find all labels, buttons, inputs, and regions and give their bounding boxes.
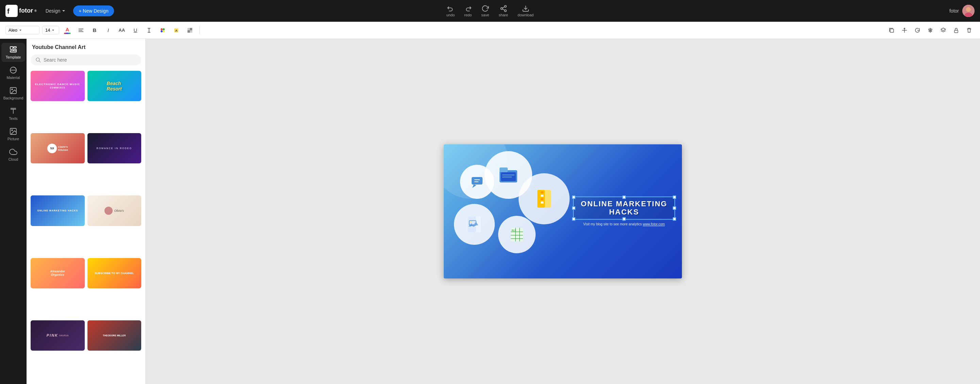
save-button[interactable]: save xyxy=(481,5,489,17)
search-box xyxy=(30,54,141,65)
template-card[interactable]: Olivia's xyxy=(88,195,142,226)
delete-button[interactable] xyxy=(964,25,975,36)
template-card[interactable]: ROMANCE IN RODEO xyxy=(88,133,142,163)
svg-line-6 xyxy=(502,6,504,8)
share-button[interactable]: share xyxy=(499,5,508,17)
svg-point-48 xyxy=(11,130,13,131)
left-panel: Youtube Channel Art ELECTRONIC DANCE MUS… xyxy=(27,39,146,384)
text-color-button[interactable]: A xyxy=(62,25,73,36)
canvas-subtitle: Visit my blog site to see more analytics… xyxy=(573,223,675,226)
canvas-main-title: ONLINE MARKETING HACKS xyxy=(576,200,672,216)
template-card[interactable]: SUBSCRIBE TO MY CHANNEL xyxy=(88,258,142,288)
underline-button[interactable]: U xyxy=(130,25,141,36)
template-card[interactable]: ELECTRONIC DANCE MUSICEDMMIXES xyxy=(30,71,85,101)
svg-point-18 xyxy=(163,28,165,30)
template-card[interactable]: ONLINE MARKETING HACKS xyxy=(30,195,85,226)
svg-rect-69 xyxy=(541,195,543,197)
svg-rect-36 xyxy=(955,30,958,33)
svg-text:A: A xyxy=(175,29,178,32)
text-spacing-button[interactable] xyxy=(143,25,154,36)
user-name: fotor xyxy=(950,8,959,14)
svg-rect-68 xyxy=(541,191,543,193)
svg-marker-52 xyxy=(472,185,476,188)
text-align-button[interactable] xyxy=(76,25,86,36)
position-button[interactable] xyxy=(899,25,910,36)
svg-point-19 xyxy=(161,30,163,32)
logo[interactable]: f fotor ® xyxy=(5,5,37,17)
sidebar-material-label: Material xyxy=(6,76,20,80)
download-button[interactable]: download xyxy=(517,5,533,17)
duplicate-button[interactable] xyxy=(886,25,897,36)
canvas-area: JPG XLS xyxy=(146,39,980,384)
svg-rect-26 xyxy=(190,30,192,33)
font-size-selector[interactable]: 14 xyxy=(42,26,59,34)
formatting-toolbar: Aleo 14 A B I AA U A xyxy=(0,22,980,39)
svg-line-5 xyxy=(502,9,504,10)
bold-button[interactable]: B xyxy=(89,25,100,36)
lock-button[interactable] xyxy=(951,25,962,36)
archive-icon-circle xyxy=(519,173,570,224)
panel-header: Youtube Channel Art xyxy=(27,39,145,54)
svg-point-2 xyxy=(504,5,506,7)
search-input[interactable] xyxy=(43,57,137,63)
sidebar-item-cloud[interactable]: Cloud xyxy=(2,145,25,164)
sidebar-item-picture[interactable]: Picture xyxy=(2,124,25,143)
main-area: Template Material Background Texts Pictu… xyxy=(0,39,980,384)
sidebar-item-texts[interactable]: Texts xyxy=(2,104,25,123)
sidebar-item-template[interactable]: Template xyxy=(2,43,25,62)
svg-rect-51 xyxy=(472,177,482,185)
sidebar-cloud-label: Cloud xyxy=(8,157,18,161)
template-card[interactable]: PINK HAVANA xyxy=(30,320,85,351)
topbar: f fotor ® Design + New Design undo redo … xyxy=(0,0,980,22)
search-icon xyxy=(35,57,41,63)
sidebar-icons: Template Material Background Texts Pictu… xyxy=(0,39,27,384)
svg-line-50 xyxy=(39,61,40,62)
right-toolbar xyxy=(886,25,975,36)
svg-rect-70 xyxy=(541,198,543,200)
svg-rect-25 xyxy=(188,30,190,33)
svg-text:XLS: XLS xyxy=(511,229,516,231)
align-button[interactable] xyxy=(925,25,936,36)
svg-point-64 xyxy=(470,221,472,223)
redo-button[interactable]: redo xyxy=(464,5,472,17)
svg-point-17 xyxy=(161,28,163,30)
sidebar-background-label: Background xyxy=(3,96,24,100)
design-dropdown[interactable]: Design xyxy=(42,6,69,16)
sidebar-item-background[interactable]: Background xyxy=(2,84,25,103)
sidebar-picture-label: Picture xyxy=(8,137,19,141)
new-design-button[interactable]: + New Design xyxy=(73,5,114,16)
rotate-button[interactable] xyxy=(912,25,923,36)
sidebar-item-material[interactable]: Material xyxy=(2,63,25,82)
svg-text:f: f xyxy=(7,8,10,15)
svg-rect-40 xyxy=(10,51,16,52)
jpg-icon-circle: JPG xyxy=(454,204,495,245)
template-card[interactable]: AlexanderOrganics xyxy=(30,258,85,288)
svg-rect-56 xyxy=(500,167,508,172)
center-actions: undo redo save share download xyxy=(447,5,533,17)
avatar[interactable] xyxy=(962,5,975,17)
italic-button[interactable]: I xyxy=(103,25,114,36)
text-opacity-button[interactable] xyxy=(185,25,195,36)
layers-button[interactable] xyxy=(938,25,949,36)
sidebar-template-label: Template xyxy=(6,55,21,59)
svg-rect-37 xyxy=(10,47,13,49)
undo-button[interactable]: undo xyxy=(447,5,455,17)
sidebar-texts-label: Texts xyxy=(9,116,18,121)
canvas[interactable]: JPG XLS xyxy=(444,144,682,279)
text-highlight-button[interactable]: A xyxy=(171,25,182,36)
template-card[interactable]: THEODORE MILLER xyxy=(88,320,142,351)
font-case-button[interactable]: AA xyxy=(116,25,127,36)
font-family-selector[interactable]: Aleo xyxy=(5,26,40,34)
template-card[interactable]: BeachResort xyxy=(88,71,142,101)
svg-point-49 xyxy=(36,58,40,61)
svg-rect-27 xyxy=(890,29,894,32)
user-area: fotor xyxy=(950,5,975,17)
canvas-link[interactable]: www.fotor.com xyxy=(643,223,665,226)
svg-point-43 xyxy=(11,89,13,90)
template-card[interactable]: 🍽 Claire'sKitchen xyxy=(30,133,85,163)
color-palette-button[interactable] xyxy=(157,25,168,36)
svg-rect-23 xyxy=(188,28,190,30)
toolbar-separator xyxy=(199,26,200,34)
svg-marker-35 xyxy=(941,28,946,31)
svg-point-9 xyxy=(966,7,971,12)
